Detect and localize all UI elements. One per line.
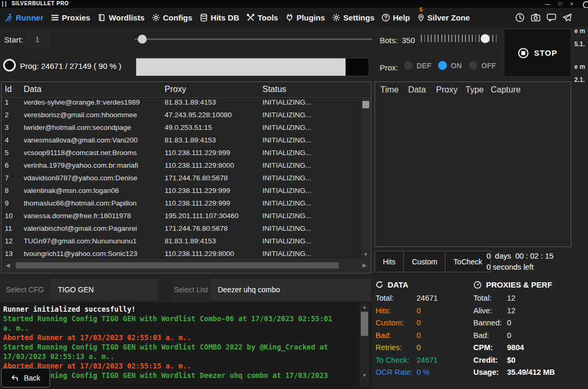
results-horizontal-scrollbar[interactable]: ◀ ▶ [2, 259, 370, 272]
scrollbar-thumb[interactable] [361, 312, 368, 336]
table-row[interactable]: 7vdavidson8787@yahoo.com:Denise171.244.7… [2, 174, 361, 187]
nav-item-settings[interactable]: Settings [332, 13, 374, 22]
nav-item-label: Hits DB [211, 13, 239, 22]
scroll-left-arrow[interactable]: ◀ [6, 262, 10, 268]
select-wordlist-button[interactable]: Select List [171, 279, 210, 301]
cell-id: 8 [5, 187, 9, 194]
table-row[interactable]: 11valeriabischof@gmail.com:Paganrei171.2… [2, 224, 361, 237]
nav-item-plugins[interactable]: Plugins [285, 13, 325, 22]
stat-row: Banned:0 [473, 319, 571, 327]
cell-id: 6 [5, 161, 9, 169]
results-vertical-scrollbar[interactable]: ▼ [361, 98, 370, 258]
cell-proxy: 110.238.111.229:999 [165, 199, 260, 207]
column-header-time: Time [380, 85, 399, 95]
scroll-up-arrow[interactable]: ▲ [360, 304, 369, 310]
select-config-button[interactable]: Select CFG [0, 279, 50, 301]
plugins-icon [285, 13, 294, 22]
close-button[interactable]: × [570, 0, 573, 8]
nav-items: RunnerProxiesWordlistsConfigsHits DBTool… [4, 13, 477, 22]
tab-custom[interactable]: Custom [403, 251, 445, 272]
nav-item-label: Tools [258, 13, 278, 22]
proxy-mode-radio-on[interactable] [438, 61, 447, 70]
runner-icon [4, 13, 13, 22]
nav-item-wordlists[interactable]: Wordlists [97, 13, 145, 22]
stat-row: Bad:0 [376, 331, 471, 340]
table-row[interactable]: 3twrider@hotmail.com:secondpage49.0.253.… [2, 124, 361, 136]
table-row[interactable]: 5vcsoop91118@comcast.net:Brooms110.238.1… [2, 149, 361, 161]
cell-status: INITIALIZING... [262, 174, 311, 182]
wordlists-icon [97, 13, 106, 22]
cell-status: INITIALIZING... [262, 149, 311, 157]
stat-row: OCR Rate:0 % [376, 368, 471, 376]
table-row[interactable]: 9thomasluc66@hotmail.com:Papillon110.238… [2, 199, 361, 212]
start-slider[interactable] [135, 35, 372, 44]
cell-id: 4 [5, 136, 9, 144]
cell-data: veresborisz@gmail.com:hhoommee [24, 111, 163, 119]
table-row[interactable]: 10vanessa.dorme@free.fr:18011978195.201.… [2, 212, 361, 224]
nav-item-tools[interactable]: Tools [246, 13, 278, 22]
stat-value: 12 [507, 294, 515, 302]
proxy-mode-option-label: ON [451, 62, 462, 70]
table-row[interactable]: 12TUGn97@gmail.com:Nununununu181.83.1.89… [2, 237, 361, 250]
cell-data: valeriabischof@gmail.com:Paganrei [24, 224, 163, 232]
pin-icon [417, 13, 425, 22]
chat-icon[interactable] [546, 13, 556, 23]
tools-icon [246, 13, 255, 22]
stat-value: 0 [417, 331, 421, 340]
start-slider-handle[interactable] [138, 35, 147, 44]
scroll-down-arrow[interactable]: ▼ [361, 252, 370, 257]
timer: 0 days 00 : 02 : 15 0 seconds left [486, 252, 553, 271]
progress-text: Prog: 24671 / 27149 ( 90 % ) [20, 62, 121, 70]
table-row[interactable]: 13tvoungrich11@yahoo.com:Sonic123110.238… [2, 250, 361, 258]
table-row[interactable]: 4vanesmsallova@gmail.com:Vani20081.83.1.… [2, 136, 361, 149]
scrollbar-thumb[interactable] [362, 101, 369, 108]
table-row[interactable]: 2veresborisz@gmail.com:hhoommee47.243.95… [2, 111, 361, 124]
nav-item-proxies[interactable]: Proxies [50, 13, 90, 22]
stat-value: 0 % [417, 368, 430, 376]
table-row[interactable]: 6verinha.1979@yahoo.com.br:mariafi110.23… [2, 161, 361, 174]
cell-proxy: 110.238.111.229:8000 [165, 250, 260, 258]
nav-item-runner[interactable]: Runner [4, 13, 44, 22]
log-scrollbar[interactable]: ▲ ▼ [360, 303, 369, 387]
scrollbar-thumb[interactable] [16, 262, 339, 269]
nav-item-configs[interactable]: Configs [151, 13, 192, 22]
telegram-icon[interactable] [562, 13, 572, 23]
tab-tocheck[interactable]: ToCheck [445, 251, 490, 272]
history-icon[interactable] [515, 13, 525, 23]
progress-value: 24671 / 27149 ( 90 % ) [41, 62, 121, 70]
proxy-mode-group: DEFONOFF [404, 61, 499, 70]
bots-slider[interactable] [421, 32, 498, 45]
table-row[interactable]: 8valentinak@msn.com:logan06110.238.111.2… [2, 187, 361, 199]
proxy-mode-option-label: DEF [417, 62, 431, 70]
start-input[interactable] [25, 31, 49, 48]
settings-icon [332, 13, 341, 22]
proxy-mode-radio-off[interactable] [469, 61, 478, 70]
tab-hits[interactable]: Hits [374, 251, 404, 272]
selector-spacer [158, 279, 171, 301]
back-label: Back [24, 374, 40, 382]
stat-row: Bad:0 [473, 331, 571, 340]
proxy-mode-radio-def[interactable] [404, 61, 413, 70]
minimize-button[interactable]: — [545, 0, 550, 8]
nav-item-hits-db[interactable]: Hits DB [199, 13, 239, 22]
start-slider-track[interactable] [135, 38, 372, 40]
cell-status: INITIALIZING... [262, 212, 311, 220]
table-row[interactable]: 1verdes-sylvie@orange.fr:verdes198981.83… [2, 98, 361, 111]
scroll-right-arrow[interactable]: ▶ [362, 262, 367, 268]
scroll-down-arrow[interactable]: ▼ [360, 373, 369, 378]
stat-label: Custom: [376, 319, 417, 327]
camera-icon[interactable] [531, 13, 541, 23]
hitsdb-icon [199, 13, 208, 22]
log-line: Runner initialized succesfully! [3, 304, 342, 314]
bots-slider-handle[interactable] [481, 34, 490, 43]
stat-value: 24671 [417, 356, 438, 364]
cell-data: vanessa.dorme@free.fr:18011978 [24, 212, 163, 220]
nav-item-silver-zone[interactable]: 5Silver Zone [417, 13, 470, 22]
stop-button[interactable]: STOP [504, 29, 571, 77]
cell-data: valentinak@msn.com:logan06 [24, 187, 163, 194]
back-button[interactable]: Back [1, 368, 50, 387]
column-header-data: Data [408, 85, 426, 95]
maximize-button[interactable]: □ [559, 0, 562, 8]
nav-item-help[interactable]: Help [381, 13, 410, 22]
cell-id: 12 [5, 237, 13, 245]
